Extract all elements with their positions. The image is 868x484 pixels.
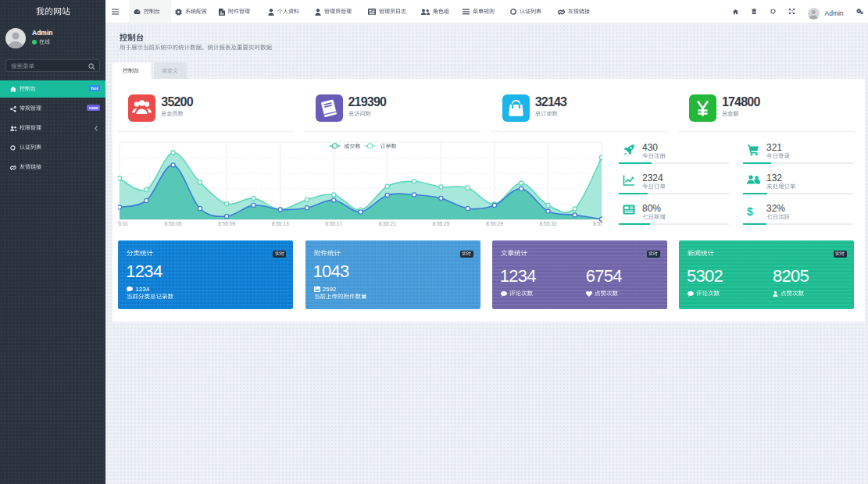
svg-text:8:55:21: 8:55:21 xyxy=(379,221,396,226)
svg-text:8:55:01: 8:55:01 xyxy=(118,221,128,226)
svg-text:8:55:09: 8:55:09 xyxy=(218,221,235,226)
svg-text:8:55:13: 8:55:13 xyxy=(272,221,289,226)
svg-text:8:55:05: 8:55:05 xyxy=(165,221,182,226)
svg-text:8:55:37: 8:55:37 xyxy=(593,221,602,226)
svg-text:8:55:17: 8:55:17 xyxy=(325,221,342,226)
svg-text:8:55:33: 8:55:33 xyxy=(540,221,557,226)
svg-text:8:55:29: 8:55:29 xyxy=(486,221,503,226)
svg-text:8:55:25: 8:55:25 xyxy=(432,221,449,226)
